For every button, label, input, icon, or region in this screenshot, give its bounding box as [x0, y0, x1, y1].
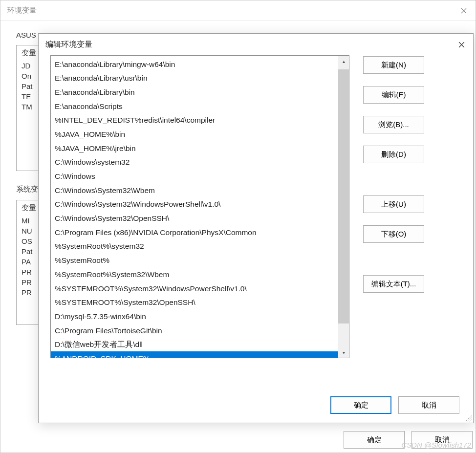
edittext-button[interactable]: 编辑文本(T)... — [363, 275, 424, 293]
close-icon[interactable] — [450, 35, 473, 54]
scroll-up-icon[interactable]: ▴ — [338, 56, 349, 66]
bg-window-title: 环境变量 — [7, 6, 37, 15]
path-item[interactable]: C:\Program Files\TortoiseGit\bin — [51, 324, 338, 338]
modal-footer: 确定 取消 — [330, 396, 459, 414]
moveup-button[interactable]: 上移(U) — [363, 195, 424, 213]
movedown-button[interactable]: 下移(O) — [363, 225, 424, 243]
path-item[interactable]: C:\Program Files (x86)\NVIDIA Corporatio… — [51, 225, 338, 239]
bg-cancel-button[interactable]: 取消 — [411, 431, 473, 449]
path-item[interactable]: %SystemRoot% — [51, 254, 338, 268]
bg-ok-button[interactable]: 确定 — [344, 431, 405, 449]
path-item[interactable]: E:\anaconda\Library\mingw-w64\bin — [51, 57, 338, 71]
path-item[interactable]: %JAVA_HOME%\bin — [51, 127, 338, 141]
scroll-down-icon[interactable]: ▾ — [338, 347, 349, 358]
edit-button[interactable]: 编辑(E) — [363, 86, 424, 104]
path-list[interactable]: E:\anaconda\Library\mingw-w64\binE:\anac… — [50, 55, 349, 358]
browse-button[interactable]: 浏览(B)... — [363, 116, 424, 133]
modal-body: E:\anaconda\Library\mingw-w64\binE:\anac… — [39, 55, 473, 358]
scroll-thumb[interactable] — [338, 69, 349, 324]
path-item[interactable]: %SystemRoot%\system32 — [51, 239, 338, 254]
new-button[interactable]: 新建(N) — [363, 56, 424, 74]
path-item[interactable]: D:\mysql-5.7.35-winx64\bin — [51, 309, 338, 324]
ok-button[interactable]: 确定 — [330, 396, 391, 414]
path-item[interactable]: %SystemRoot%\System32\Wbem — [51, 267, 338, 281]
path-item[interactable]: D:\微信web开发者工具\dll — [51, 338, 338, 352]
close-icon[interactable] — [452, 0, 476, 21]
modal-titlebar: 编辑环境变量 — [39, 34, 473, 55]
path-item[interactable]: C:\Windows\System32\OpenSSH\ — [51, 212, 338, 226]
path-item[interactable]: %SYSTEMROOT%\System32\WindowsPowerShell\… — [51, 281, 338, 296]
path-item[interactable]: E:\anaconda\Library\usr\bin — [51, 71, 338, 86]
path-item[interactable]: C:\Windows\System32\Wbem — [51, 183, 338, 197]
path-item[interactable]: E:\anaconda\Library\bin — [51, 85, 338, 99]
edit-env-var-dialog: 编辑环境变量 E:\anaconda\Library\mingw-w64\bin… — [38, 33, 474, 423]
path-item[interactable]: C:\Windows\System32\WindowsPowerShell\v1… — [51, 197, 338, 212]
bg-footer-buttons: 确定 取消 — [344, 431, 473, 449]
path-item[interactable]: C:\Windows — [51, 170, 338, 184]
modal-button-column: 新建(N) 编辑(E) 浏览(B)... 删除(D) 上移(U) 下移(O) 编… — [363, 55, 424, 358]
path-item[interactable]: E:\anaconda\Scripts — [51, 99, 338, 113]
path-item[interactable]: %INTEL_DEV_REDIST%redist\intel64\compile… — [51, 113, 338, 128]
path-item[interactable]: C:\Windows\system32 — [51, 155, 338, 170]
modal-title: 编辑环境变量 — [45, 40, 92, 50]
path-scrollbar[interactable]: ▴ ▾ — [338, 56, 349, 358]
resize-grip-icon[interactable] — [465, 415, 472, 422]
cancel-button[interactable]: 取消 — [398, 396, 459, 414]
delete-button[interactable]: 删除(D) — [363, 146, 424, 163]
path-item[interactable]: %SYSTEMROOT%\System32\OpenSSH\ — [51, 296, 338, 310]
bg-titlebar: 环境变量 — [0, 0, 476, 21]
path-item[interactable]: %JAVA_HOME%\jre\bin — [51, 141, 338, 155]
path-item[interactable]: %ANDROID_SDK_HOME% — [51, 351, 338, 358]
